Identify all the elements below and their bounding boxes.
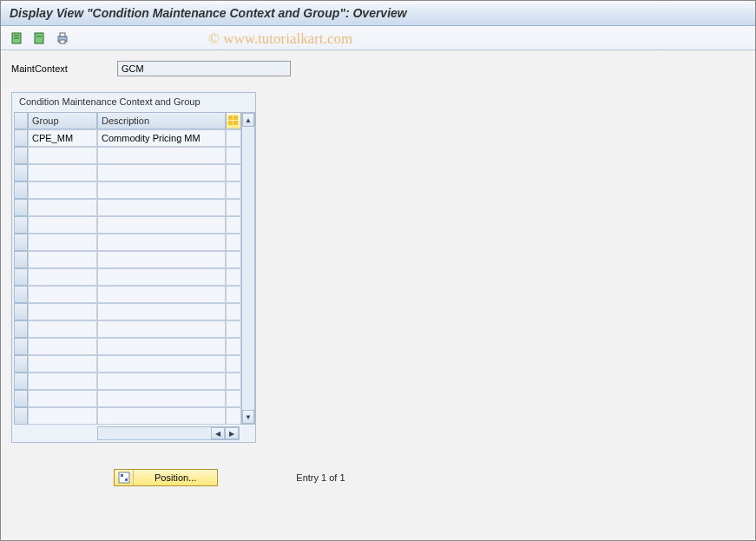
cell-padding bbox=[226, 234, 241, 251]
row-selector[interactable] bbox=[14, 216, 28, 234]
svg-rect-14 bbox=[125, 478, 128, 481]
cell-description[interactable] bbox=[97, 268, 226, 286]
cell-group[interactable] bbox=[28, 338, 97, 355]
cell-padding bbox=[226, 147, 241, 164]
print-icon[interactable] bbox=[55, 30, 70, 46]
horizontal-scrollbar[interactable]: ◀ ▶ bbox=[97, 426, 240, 440]
maint-context-label: MaintContext bbox=[11, 63, 107, 74]
cell-group[interactable] bbox=[28, 234, 97, 251]
table-row[interactable] bbox=[14, 390, 241, 407]
cell-description[interactable] bbox=[97, 373, 226, 390]
cell-group[interactable] bbox=[28, 216, 97, 234]
table-row[interactable] bbox=[14, 303, 241, 320]
cell-group[interactable] bbox=[28, 407, 97, 425]
row-selector[interactable] bbox=[14, 355, 28, 373]
cell-group[interactable] bbox=[28, 355, 97, 373]
cell-description[interactable] bbox=[97, 181, 226, 199]
cell-group[interactable] bbox=[28, 303, 97, 320]
vertical-scrollbar[interactable]: ▲ ▼ bbox=[241, 112, 255, 425]
cell-padding bbox=[226, 320, 241, 338]
cell-description[interactable] bbox=[97, 164, 226, 181]
cell-description[interactable] bbox=[97, 407, 226, 425]
svg-rect-9 bbox=[233, 115, 238, 120]
cell-description[interactable] bbox=[97, 338, 226, 355]
cell-description[interactable] bbox=[97, 320, 226, 338]
row-selector[interactable] bbox=[14, 164, 28, 181]
table-row[interactable]: CPE_MMCommodity Pricing MM bbox=[14, 129, 241, 147]
maint-context-field[interactable] bbox=[117, 61, 291, 76]
row-selector[interactable] bbox=[14, 181, 28, 199]
cell-group[interactable] bbox=[28, 164, 97, 181]
expand-icon[interactable] bbox=[10, 30, 25, 46]
cell-description[interactable] bbox=[97, 147, 226, 164]
cell-description[interactable] bbox=[97, 303, 226, 320]
table-row[interactable] bbox=[14, 268, 241, 286]
table-row[interactable] bbox=[14, 181, 241, 199]
svg-rect-3 bbox=[35, 33, 43, 43]
table-row[interactable] bbox=[14, 320, 241, 338]
maint-context-row: MaintContext bbox=[11, 61, 745, 76]
row-selector[interactable] bbox=[14, 147, 28, 164]
cell-padding bbox=[226, 407, 241, 425]
table-settings-icon[interactable] bbox=[226, 112, 241, 129]
cell-description[interactable] bbox=[97, 216, 226, 234]
cell-padding bbox=[226, 216, 241, 234]
table-row[interactable] bbox=[14, 338, 241, 355]
scroll-down-button[interactable]: ▼ bbox=[242, 410, 254, 424]
row-selector[interactable] bbox=[14, 320, 28, 338]
cell-group[interactable] bbox=[28, 268, 97, 286]
scroll-right-button[interactable]: ▶ bbox=[225, 427, 239, 439]
cell-group[interactable] bbox=[28, 147, 97, 164]
select-all-handle[interactable] bbox=[14, 112, 28, 129]
table-row[interactable] bbox=[14, 147, 241, 164]
table-row[interactable] bbox=[14, 407, 241, 425]
cell-padding bbox=[226, 338, 241, 355]
row-selector[interactable] bbox=[14, 129, 28, 147]
table-row[interactable] bbox=[14, 355, 241, 373]
cell-description[interactable] bbox=[97, 199, 226, 216]
cell-group[interactable] bbox=[28, 390, 97, 407]
cell-group[interactable] bbox=[28, 199, 97, 216]
table-row[interactable] bbox=[14, 286, 241, 303]
cell-padding bbox=[226, 181, 241, 199]
scroll-track-vertical[interactable] bbox=[242, 127, 254, 410]
cell-group[interactable] bbox=[28, 320, 97, 338]
cell-description[interactable] bbox=[97, 355, 226, 373]
cell-description[interactable] bbox=[97, 234, 226, 251]
table-row[interactable] bbox=[14, 199, 241, 216]
cell-group[interactable]: CPE_MM bbox=[28, 129, 97, 147]
cell-group[interactable] bbox=[28, 181, 97, 199]
table-row[interactable] bbox=[14, 216, 241, 234]
cell-description[interactable]: Commodity Pricing MM bbox=[97, 129, 226, 147]
cell-description[interactable] bbox=[97, 251, 226, 268]
row-selector[interactable] bbox=[14, 390, 28, 407]
cell-description[interactable] bbox=[97, 390, 226, 407]
row-selector[interactable] bbox=[14, 373, 28, 390]
cell-group[interactable] bbox=[28, 286, 97, 303]
scroll-left-button[interactable]: ◀ bbox=[211, 427, 225, 439]
row-selector[interactable] bbox=[14, 286, 28, 303]
collapse-icon[interactable] bbox=[32, 30, 48, 46]
cell-group[interactable] bbox=[28, 251, 97, 268]
scroll-track-horizontal[interactable] bbox=[98, 427, 211, 439]
cell-description[interactable] bbox=[97, 286, 226, 303]
row-selector[interactable] bbox=[14, 338, 28, 355]
svg-rect-10 bbox=[228, 121, 233, 125]
position-button[interactable]: Position... bbox=[114, 469, 218, 486]
row-selector[interactable] bbox=[14, 234, 28, 251]
table-header-row: Group Description bbox=[14, 112, 241, 129]
row-selector[interactable] bbox=[14, 268, 28, 286]
column-header-group[interactable]: Group bbox=[28, 112, 97, 129]
table-row[interactable] bbox=[14, 234, 241, 251]
row-selector[interactable] bbox=[14, 199, 28, 216]
row-selector[interactable] bbox=[14, 251, 28, 268]
cell-padding bbox=[226, 355, 241, 373]
row-selector[interactable] bbox=[14, 407, 28, 425]
cell-group[interactable] bbox=[28, 373, 97, 390]
table-row[interactable] bbox=[14, 251, 241, 268]
column-header-description[interactable]: Description bbox=[97, 112, 226, 129]
table-row[interactable] bbox=[14, 373, 241, 390]
table-row[interactable] bbox=[14, 164, 241, 181]
scroll-up-button[interactable]: ▲ bbox=[242, 113, 254, 127]
row-selector[interactable] bbox=[14, 303, 28, 320]
